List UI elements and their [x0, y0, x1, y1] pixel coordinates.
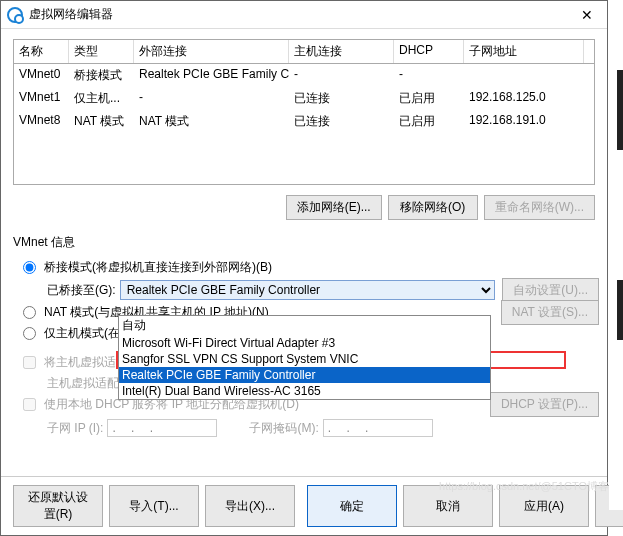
bridge-label: 桥接模式(将虚拟机直接连接到外部网络)(B): [44, 259, 272, 276]
col-dhcp[interactable]: DHCP: [394, 40, 464, 63]
col-subnet[interactable]: 子网地址: [464, 40, 584, 63]
auto-settings-button: 自动设置(U)...: [502, 278, 599, 303]
dropdown-option[interactable]: Sangfor SSL VPN CS Support System VNIC: [119, 351, 490, 367]
use-dhcp-checkbox: [23, 398, 36, 411]
titlebar: 虚拟网络编辑器 ✕: [1, 1, 607, 29]
restore-defaults-button[interactable]: 还原默认设置(R): [13, 485, 103, 527]
host-adapter-checkbox: [23, 356, 36, 369]
subnet-ip-label: 子网 IP (I):: [47, 420, 103, 437]
subnet-mask-label: 子网掩码(M):: [249, 420, 318, 437]
col-host[interactable]: 主机连接: [289, 40, 394, 63]
adapter-dropdown[interactable]: 自动Microsoft Wi-Fi Direct Virtual Adapter…: [118, 315, 491, 400]
export-button[interactable]: 导出(X)...: [205, 485, 295, 527]
rename-network-button: 重命名网络(W)...: [484, 195, 595, 220]
bridged-to-label: 已桥接至(G):: [47, 282, 116, 299]
hostonly-radio[interactable]: [23, 327, 36, 340]
remove-network-button[interactable]: 移除网络(O): [388, 195, 478, 220]
apply-button[interactable]: 应用(A): [499, 485, 589, 527]
table-row[interactable]: VMnet0桥接模式Realtek PCIe GBE Family Co...-…: [14, 64, 594, 87]
close-icon[interactable]: ✕: [573, 7, 601, 23]
col-type[interactable]: 类型: [69, 40, 134, 63]
bridged-adapter-select[interactable]: Realtek PCIe GBE Family Controller: [120, 280, 495, 300]
window-title: 虚拟网络编辑器: [29, 6, 573, 23]
app-icon: [7, 7, 23, 23]
dropdown-option[interactable]: Microsoft Wi-Fi Direct Virtual Adapter #…: [119, 335, 490, 351]
ok-button[interactable]: 确定: [307, 485, 397, 527]
dialog-footer: 还原默认设置(R) 导入(T)... 导出(X)... 确定 取消 应用(A) …: [1, 476, 607, 535]
col-name[interactable]: 名称: [14, 40, 69, 63]
nat-radio[interactable]: [23, 306, 36, 319]
virtual-network-editor-dialog: 虚拟网络编辑器 ✕ 名称 类型 外部连接 主机连接 DHCP 子网地址 VMne…: [0, 0, 608, 536]
dropdown-option[interactable]: Intel(R) Dual Band Wireless-AC 3165: [119, 383, 490, 399]
dropdown-option[interactable]: Realtek PCIe GBE Family Controller: [119, 367, 490, 383]
cancel-button[interactable]: 取消: [403, 485, 493, 527]
vmnet-info-label: VMnet 信息: [13, 234, 595, 251]
dhcp-settings-button: DHCP 设置(P)...: [490, 392, 599, 417]
add-network-button[interactable]: 添加网络(E)...: [286, 195, 382, 220]
dropdown-option[interactable]: 自动: [119, 316, 490, 335]
subnet-ip-field: . . .: [107, 419, 217, 437]
col-external[interactable]: 外部连接: [134, 40, 289, 63]
bridge-radio[interactable]: [23, 261, 36, 274]
table-row[interactable]: VMnet1仅主机...-已连接已启用192.168.125.0: [14, 87, 594, 110]
import-button[interactable]: 导入(T)...: [109, 485, 199, 527]
nat-settings-button: NAT 设置(S)...: [501, 300, 599, 325]
table-header: 名称 类型 外部连接 主机连接 DHCP 子网地址: [14, 40, 594, 64]
subnet-mask-field: . . .: [323, 419, 433, 437]
networks-table: 名称 类型 外部连接 主机连接 DHCP 子网地址 VMnet0桥接模式Real…: [13, 39, 595, 185]
table-row[interactable]: VMnet8NAT 模式NAT 模式已连接已启用192.168.191.0: [14, 110, 594, 133]
